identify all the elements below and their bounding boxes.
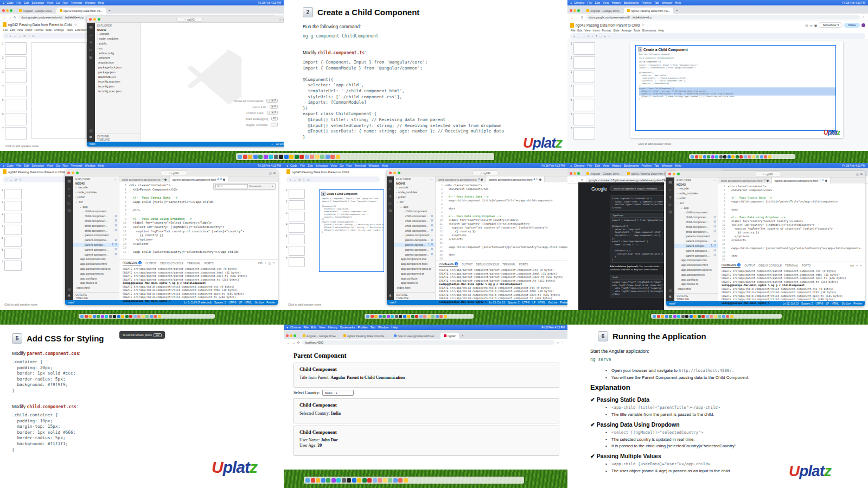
source-control-icon[interactable]: Y [90, 41, 92, 45]
go-live-button[interactable]: Go Live [276, 143, 284, 145]
slide-thumbnail[interactable]: 2 [286, 200, 305, 210]
kill-terminal-icon[interactable]: × [860, 264, 861, 267]
selection-box[interactable]: 2Create a Child Component Run the follow… [636, 46, 835, 130]
slide-thumbnail[interactable]: 1 [286, 189, 305, 199]
menu-item[interactable]: File [588, 164, 592, 167]
dock-app-icon[interactable] [711, 155, 714, 159]
dock-app-icon[interactable] [715, 155, 718, 159]
comment-icon[interactable]: ▭ [809, 23, 813, 27]
new-tab-button[interactable]: + [108, 9, 111, 12]
dock-app-icon[interactable] [371, 315, 374, 318]
slides-menu-item[interactable]: Arrange [621, 29, 631, 32]
close-window-button[interactable] [2, 9, 5, 12]
file-tree-item[interactable]: package-lock.json [95, 65, 141, 70]
timeline-section[interactable]: TIMELINE [97, 138, 138, 141]
file-tree-item[interactable]: package.json [95, 69, 141, 74]
dock-app-icon[interactable] [731, 155, 735, 159]
dock-app-icon[interactable] [320, 155, 324, 159]
dock-app-icon[interactable] [719, 155, 723, 159]
menu-item[interactable]: Bookmarks [340, 326, 355, 329]
dock-app-icon[interactable] [269, 155, 273, 159]
panel-tab[interactable]: PORTS [519, 263, 528, 266]
file-tree-item[interactable]: .vscode [674, 186, 718, 191]
minimize-window-button[interactable] [6, 9, 9, 12]
slide-canvas[interactable]: 2Create a Child Component Run the follow… [630, 41, 843, 138]
slides-menu-item[interactable]: File [3, 28, 8, 31]
code-editor[interactable]: <div class="container"> <h2>Parent Compo… [436, 182, 567, 261]
dock-app-icon[interactable] [258, 155, 263, 159]
slide-thumbnail[interactable]: 3 [571, 71, 595, 83]
bookmark-star-icon[interactable]: ☆ [557, 341, 559, 344]
code-editor[interactable]: <div class="container"> <h2>Parent Compo… [119, 182, 278, 259]
menu-item[interactable]: Go [56, 1, 60, 4]
slide-thumbnail[interactable]: 2 [571, 56, 595, 69]
tab-search[interactable]: how to use ngmodel with sel... [391, 333, 439, 339]
slide-thumbnail[interactable]: 5 [2, 99, 27, 111]
file-tree-item[interactable]: child-componen...U [394, 223, 435, 228]
menu-item[interactable]: View [319, 326, 326, 329]
extensions-icon[interactable]: ⊞ [389, 209, 392, 213]
dock-app-icon[interactable] [673, 315, 676, 318]
minimize-window-button[interactable] [673, 173, 675, 175]
search-query-input[interactable]: how to use ngModel in angular 19 templat… [610, 186, 664, 191]
slides-menu-item[interactable]: Format [34, 28, 43, 31]
tab-problems[interactable]: PROBLEMS1 [722, 263, 741, 268]
dock-app-icon[interactable] [129, 315, 132, 318]
find-prev-icon[interactable]: ← [263, 185, 266, 188]
dock-app-icon[interactable] [695, 155, 698, 159]
dock-app-icon[interactable] [253, 155, 258, 159]
dock-app-icon[interactable] [665, 315, 668, 318]
file-tree-item[interactable]: child-componen...U [394, 219, 435, 224]
dock-app-icon[interactable] [347, 478, 351, 483]
dock-app-icon[interactable] [378, 478, 382, 483]
editor-tab[interactable]: child-component.component.htmlU [718, 178, 772, 183]
dock-app-icon[interactable] [383, 478, 387, 483]
dock-app-icon[interactable] [764, 155, 767, 159]
dock-app-icon[interactable] [311, 478, 315, 483]
file-tree-item[interactable]: README.md [95, 74, 141, 79]
dock-app-icon[interactable] [661, 315, 664, 318]
speaker-notes[interactable]: Click to add speaker notes [5, 144, 39, 148]
menu-item[interactable]: Terminal [71, 164, 82, 167]
account-icon[interactable]: ◎ [668, 288, 672, 293]
branch-indicator[interactable]: main* [68, 301, 75, 304]
minimize-window-button[interactable] [573, 9, 576, 12]
present-camera-icon[interactable]: ▣ [814, 23, 818, 27]
bookmark-star-icon[interactable]: ☆ [862, 16, 865, 19]
find-widget[interactable]: Find No results ← → × [213, 183, 276, 189]
file-tree-item[interactable]: index.html [73, 286, 119, 290]
file-tree-item[interactable]: parent-compone...U [674, 253, 718, 258]
dock-app-icon[interactable] [137, 315, 141, 318]
dock-app-icon[interactable] [387, 315, 390, 318]
source-control-icon[interactable]: Y [68, 194, 71, 198]
dock-app-icon[interactable] [444, 315, 447, 318]
dock-app-icon[interactable] [158, 315, 161, 318]
slideshow-button[interactable]: Slideshow▾ [819, 22, 843, 28]
file-tree-item[interactable]: .editorconfig [95, 50, 141, 55]
dock-app-icon[interactable] [436, 315, 439, 318]
file-tree-item[interactable]: app.component.css [394, 257, 435, 262]
dock-app-icon[interactable] [431, 315, 435, 318]
dock-app-icon[interactable] [117, 315, 120, 318]
close-icon[interactable]: × [272, 185, 273, 188]
tab-problems[interactable]: PROBLEMS1 [123, 261, 142, 265]
dock-app-icon[interactable] [274, 155, 278, 159]
file-tree-item[interactable]: parent-compone...U [73, 247, 119, 252]
profile-menu-icon[interactable]: ⋮ [561, 341, 565, 344]
slide-thumbnail[interactable]: 6 [286, 246, 305, 256]
dock-app-icon[interactable] [295, 155, 299, 159]
file-tree-item[interactable]: child-component [73, 209, 119, 214]
dock-app-icon[interactable] [681, 315, 685, 318]
macos-dock[interactable] [304, 477, 524, 484]
layout-icons[interactable]: ◫⊞ [856, 173, 863, 176]
file-tree-item[interactable]: child-componen...U [394, 214, 435, 219]
file-tree-item[interactable]: app.component.html [674, 263, 718, 268]
address-bar[interactable]: localhost:4200 [302, 340, 554, 345]
explorer-icon[interactable]: ▤ [89, 26, 93, 30]
panel-tab[interactable]: DEBUG CONSOLE [758, 264, 782, 267]
slides-menu-item[interactable]: Edit [577, 29, 582, 32]
file-tree-item[interactable]: index.html [674, 287, 718, 291]
branch-indicator[interactable]: main [90, 143, 95, 145]
panel-tab[interactable]: OUTPUT [145, 262, 156, 265]
terminal-output[interactable]: CREATE src/app/parent-component/parent-c… [119, 267, 278, 303]
